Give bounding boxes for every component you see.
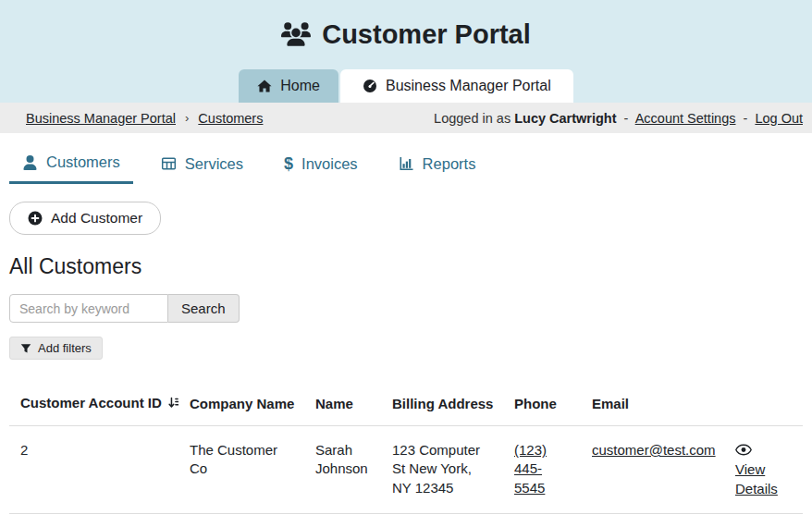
nav-tab-reports-label: Reports (423, 155, 476, 173)
customers-table: Customer Account ID Company Name Name Bi… (9, 384, 803, 527)
cell-name: Sarah Johnson (304, 426, 381, 514)
users-icon (281, 22, 311, 46)
tab-bmp-label: Business Manager Portal (386, 78, 551, 94)
col-header-phone[interactable]: Phone (503, 384, 581, 426)
add-filters-button[interactable]: Add filters (9, 337, 103, 360)
tab-home-label: Home (280, 78, 320, 94)
cell-phone: (123) 445-5545 (503, 426, 581, 514)
col-header-customer-account-id[interactable]: Customer Account ID (9, 384, 178, 426)
breadcrumb-separator-icon: › (185, 111, 189, 125)
table-header-row: Customer Account ID Company Name Name Bi… (9, 384, 803, 426)
cell-billing-address: 123 Computer St New York, NY 12345 (381, 426, 503, 514)
plus-circle-icon (28, 211, 43, 226)
sort-amount-icon[interactable] (167, 396, 178, 412)
table-icon (161, 156, 177, 171)
email-link[interactable]: customer@test.com (592, 442, 716, 458)
log-out-link[interactable]: Log Out (755, 111, 803, 126)
page-title: Customer Portal (0, 13, 812, 55)
eye-icon (735, 442, 752, 460)
view-details-link[interactable]: View Details (735, 461, 778, 496)
nav-tab-reports[interactable]: Reports (386, 153, 489, 184)
col-header-company-name[interactable]: Company Name (178, 384, 304, 426)
tab-home[interactable]: Home (239, 69, 338, 103)
tab-business-manager-portal[interactable]: Business Manager Portal (340, 69, 573, 103)
account-separator-2: - (744, 111, 748, 126)
cell-actions: View Details (724, 426, 803, 514)
portal-tab-bar: Home Business Manager Portal (0, 69, 812, 103)
add-customer-button[interactable]: Add Customer (9, 202, 161, 235)
cell-billing-address: 11 Stanford (381, 513, 503, 527)
search-row: Search (9, 294, 803, 323)
add-filters-label: Add filters (38, 341, 92, 355)
app-title-text: Customer Portal (322, 19, 531, 50)
bar-chart-icon (399, 156, 414, 171)
col-header-billing-address[interactable]: Billing Address (381, 384, 503, 426)
breadcrumb-link-customers[interactable]: Customers (198, 111, 263, 126)
nav-tab-invoices[interactable]: $ Invoices (271, 153, 371, 184)
search-input[interactable] (9, 294, 168, 323)
add-customer-label: Add Customer (51, 210, 142, 227)
col-header-actions (724, 384, 803, 426)
cell-company-name: Helpers United (178, 513, 304, 527)
breadcrumb: Business Manager Portal › Customers (26, 111, 263, 126)
nav-tab-services[interactable]: Services (148, 153, 256, 184)
col-header-email[interactable]: Email (581, 384, 724, 426)
nav-tab-customers-label: Customers (46, 153, 120, 171)
breadcrumb-link-business-manager-portal[interactable]: Business Manager Portal (26, 111, 176, 126)
phone-link[interactable]: (123) 445-5545 (514, 442, 547, 496)
logged-in-prefix: Logged in as (434, 111, 511, 126)
cell-phone: (123) (503, 513, 581, 527)
dollar-icon: $ (284, 156, 293, 171)
nav-tab-services-label: Services (185, 155, 243, 173)
search-button[interactable]: Search (168, 294, 240, 323)
account-info: Logged in as Lucy Cartwright - Account S… (434, 111, 803, 126)
main-content: Customers Services $ Invoices Reports Ad… (0, 153, 812, 527)
user-icon (22, 155, 38, 170)
app-header: Customer Portal Home Business Manager Po… (0, 0, 812, 103)
page-heading: All Customers (9, 254, 803, 279)
cell-account-id: 2 (9, 426, 178, 514)
col-header-name[interactable]: Name (304, 384, 381, 426)
cell-email: customer@test.com (581, 426, 724, 514)
cell-actions: View (724, 513, 803, 527)
table-row: 2 The Customer Co Sarah Johnson 123 Comp… (9, 426, 803, 514)
breadcrumb-bar: Business Manager Portal › Customers Logg… (0, 103, 812, 133)
filter-funnel-icon (20, 343, 31, 354)
cell-company-name: The Customer Co (178, 426, 304, 514)
nav-tab-invoices-label: Invoices (301, 155, 358, 173)
account-separator: - (624, 111, 629, 126)
cell-email: customer2@test.com (581, 513, 724, 527)
cell-name: Bob (304, 513, 381, 527)
dashboard-gauge-icon (363, 79, 377, 93)
cell-account-id: 4 (9, 513, 178, 527)
section-nav-tabs: Customers Services $ Invoices Reports (9, 153, 803, 184)
logged-in-user-name: Lucy Cartwright (514, 111, 616, 126)
account-settings-link[interactable]: Account Settings (635, 111, 736, 126)
table-row: 4 Helpers United Bob 11 Stanford (123) c… (9, 513, 803, 527)
home-icon (257, 79, 272, 93)
nav-tab-customers[interactable]: Customers (9, 153, 133, 184)
